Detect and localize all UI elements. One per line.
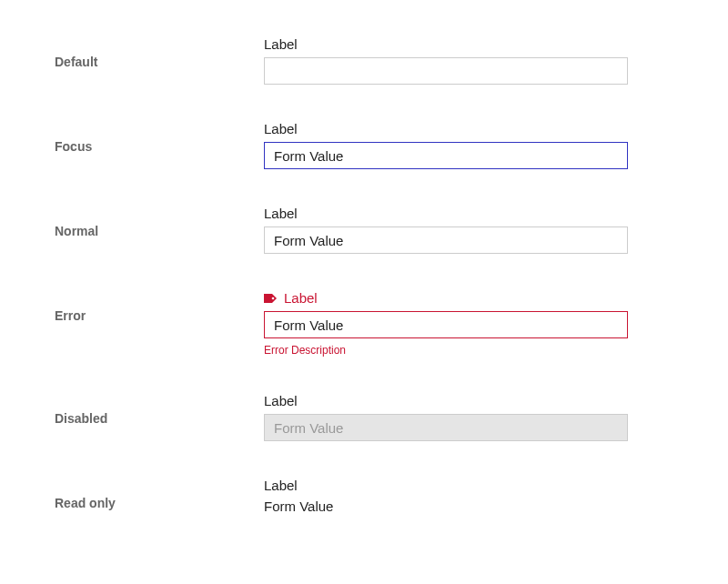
field-container-default: Label bbox=[264, 36, 628, 85]
svg-point-0 bbox=[272, 297, 275, 300]
row-error: Error Label Error Description bbox=[55, 290, 673, 357]
state-title-disabled: Disabled bbox=[55, 393, 264, 426]
field-container-disabled: Label bbox=[264, 393, 628, 441]
row-default: Default Label bbox=[55, 36, 673, 85]
row-focus: Focus Label bbox=[55, 121, 673, 169]
field-label-readonly: Label bbox=[264, 478, 628, 493]
input-error[interactable] bbox=[264, 311, 628, 338]
tag-icon bbox=[264, 290, 277, 306]
error-description: Error Description bbox=[264, 344, 628, 357]
input-disabled bbox=[264, 414, 628, 441]
state-title-error: Error bbox=[55, 290, 264, 323]
state-title-readonly: Read only bbox=[55, 478, 264, 510]
field-label-default: Label bbox=[264, 36, 628, 52]
state-title-default: Default bbox=[55, 36, 264, 69]
field-container-normal: Label bbox=[264, 206, 628, 254]
input-default[interactable] bbox=[264, 57, 628, 85]
row-normal: Normal Label bbox=[55, 206, 673, 254]
input-focus[interactable] bbox=[264, 142, 628, 169]
input-normal[interactable] bbox=[264, 227, 628, 254]
field-label-error: Label bbox=[264, 290, 628, 306]
field-label-normal: Label bbox=[264, 206, 628, 221]
field-container-readonly: Label Form Value bbox=[264, 478, 628, 514]
row-readonly: Read only Label Form Value bbox=[55, 478, 673, 514]
state-title-normal: Normal bbox=[55, 206, 264, 238]
field-label-error-text: Label bbox=[284, 290, 318, 306]
row-disabled: Disabled Label bbox=[55, 393, 673, 441]
field-label-focus: Label bbox=[264, 121, 628, 136]
field-label-disabled: Label bbox=[264, 393, 628, 408]
state-title-focus: Focus bbox=[55, 121, 264, 154]
field-container-error: Label Error Description bbox=[264, 290, 628, 357]
readonly-value: Form Value bbox=[264, 498, 628, 514]
field-container-focus: Label bbox=[264, 121, 628, 169]
